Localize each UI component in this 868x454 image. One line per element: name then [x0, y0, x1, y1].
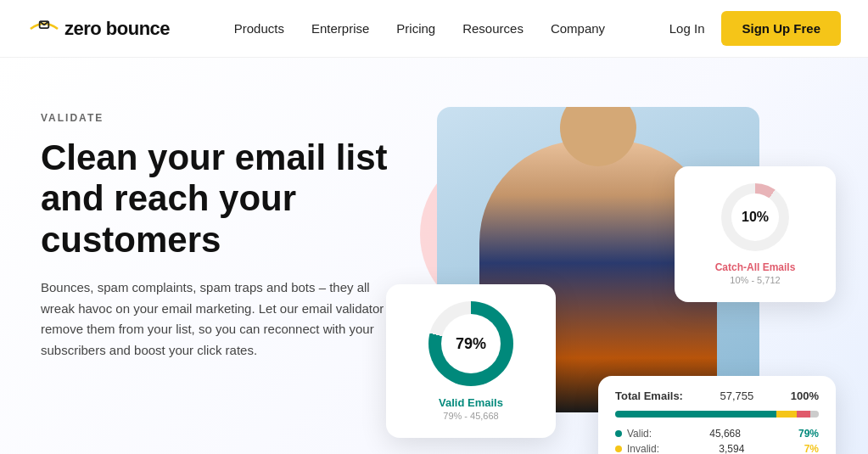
stats-total-label: Total Emails:: [615, 390, 683, 402]
progress-invalid: [797, 411, 811, 418]
stat-valid-value: 45,668: [709, 428, 741, 440]
progress-catchall: [776, 411, 797, 418]
hero-section: VALIDATE Clean your email list and reach…: [0, 58, 868, 454]
nav-pricing[interactable]: Pricing: [396, 21, 435, 36]
valid-percentage: 79%: [456, 335, 486, 353]
login-link[interactable]: Log In: [669, 21, 705, 36]
nav-company[interactable]: Company: [551, 21, 605, 36]
stat-valid-pct: 79%: [798, 428, 819, 440]
hero-right: 10% Catch-All Emails 10% - 5,712 79% Val…: [403, 98, 827, 454]
stat-invalid-value: 3,594: [719, 443, 744, 454]
nav-enterprise[interactable]: Enterprise: [311, 21, 369, 36]
stats-total-value: 57,755: [720, 390, 753, 402]
valid-sub: 79% - 45,668: [410, 411, 532, 421]
hero-title: Clean your email list and reach your cus…: [41, 137, 403, 261]
progress-bar: [615, 411, 819, 418]
logo-icon: [27, 15, 61, 42]
catchall-donut: 10%: [721, 183, 789, 251]
card-stats: Total Emails: 57,755 100% Valid: 45,668 …: [598, 376, 836, 454]
catchall-sub: 10% - 5,712: [695, 275, 815, 285]
stat-valid-name: Valid:: [615, 428, 652, 440]
stat-row-invalid: Invalid: 3,594 7%: [615, 443, 819, 454]
valid-donut: 79%: [428, 301, 513, 386]
valid-label: Valid Emails: [410, 396, 532, 409]
hero-left: VALIDATE Clean your email list and reach…: [41, 98, 403, 362]
navbar: zero bounce Products Enterprise Pricing …: [0, 0, 868, 58]
stat-invalid-name: Invalid:: [615, 443, 659, 454]
logo[interactable]: zero bounce: [27, 15, 170, 42]
nav-products[interactable]: Products: [234, 21, 284, 36]
invalid-dot: [615, 446, 622, 452]
progress-other: [810, 411, 819, 418]
nav-actions: Log In Sign Up Free: [669, 11, 841, 46]
valid-dot: [615, 430, 622, 437]
nav-links: Products Enterprise Pricing Resources Co…: [234, 21, 605, 36]
stat-invalid-pct: 7%: [804, 443, 819, 454]
logo-text: zero bounce: [64, 18, 170, 40]
person-head: [560, 107, 636, 166]
card-catchall: 10% Catch-All Emails 10% - 5,712: [675, 166, 836, 302]
progress-valid: [615, 411, 776, 418]
catchall-label: Catch-All Emails: [695, 261, 815, 273]
card-valid: 79% Valid Emails 79% - 45,668: [386, 284, 556, 438]
nav-resources[interactable]: Resources: [462, 21, 524, 36]
catchall-percentage: 10%: [742, 210, 769, 225]
hero-description: Bounces, spam complaints, spam traps and…: [41, 277, 403, 362]
stat-row-valid: Valid: 45,668 79%: [615, 428, 819, 440]
stats-header: Total Emails: 57,755 100%: [615, 390, 819, 402]
stats-total-pct: 100%: [791, 390, 819, 402]
signup-button[interactable]: Sign Up Free: [721, 11, 841, 46]
validate-label: VALIDATE: [41, 112, 403, 124]
